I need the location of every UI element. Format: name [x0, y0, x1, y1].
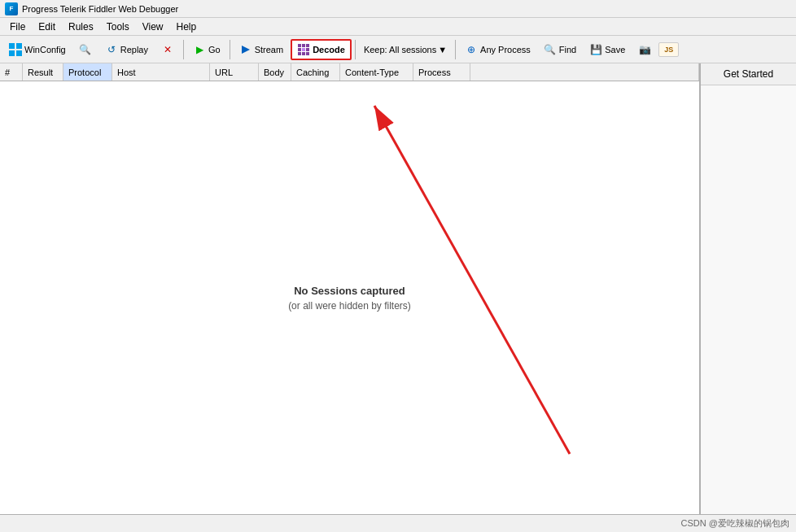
svg-rect-12	[302, 52, 305, 55]
empty-message: No Sessions captured	[294, 285, 405, 297]
keep-dropdown[interactable]: Keep: All sessions ▼	[359, 41, 452, 58]
svg-rect-2	[9, 50, 15, 56]
decode-label: Decode	[313, 45, 345, 55]
go-button[interactable]: ▶ Go	[187, 40, 226, 59]
replay-icon: ↺	[105, 43, 118, 56]
globe-icon: ⊕	[465, 43, 478, 56]
stop-icon: ✕	[161, 43, 174, 56]
status-bar: CSDN @爱吃辣椒的锅包肉	[0, 514, 796, 532]
menu-help[interactable]: Help	[170, 20, 203, 34]
decode-icon	[297, 43, 310, 56]
menu-rules[interactable]: Rules	[62, 20, 100, 34]
stop-button[interactable]: ✕	[155, 40, 180, 59]
svg-rect-13	[306, 52, 309, 55]
menu-file[interactable]: File	[3, 20, 32, 34]
svg-rect-9	[302, 48, 305, 51]
save-icon: 💾	[589, 43, 602, 56]
col-process: Process	[413, 63, 470, 81]
winconfig-label: WinConfig	[24, 45, 66, 55]
sessions-panel: # Result Protocol Host URL Body Caching …	[0, 63, 700, 514]
svg-rect-7	[306, 44, 309, 47]
title-bar: F Progress Telerik Fiddler Web Debugger	[0, 0, 796, 18]
screenshot-icon: 📷	[638, 43, 651, 56]
search-icon: 🔍	[79, 43, 92, 56]
svg-rect-11	[298, 52, 301, 55]
col-extra	[470, 63, 699, 81]
svg-rect-10	[306, 48, 309, 51]
col-url: URL	[210, 63, 259, 81]
save-label: Save	[605, 45, 625, 55]
toolbar: WinConfig 🔍 ↺ Replay ✕ ▶ Go Stream	[0, 36, 796, 63]
svg-rect-1	[16, 43, 22, 49]
toolbar-sep-4	[455, 40, 456, 59]
any-process-button[interactable]: ⊕ Any Process	[459, 40, 536, 59]
svg-rect-3	[16, 50, 22, 56]
screenshot-button[interactable]: 📷	[632, 40, 657, 59]
svg-rect-0	[9, 43, 15, 49]
toolbar-sep-2	[230, 40, 230, 59]
toolbar-sep-3	[355, 40, 356, 59]
keep-dropdown-arrow: ▼	[438, 45, 447, 55]
col-body: Body	[259, 63, 291, 81]
js-button[interactable]: JS	[658, 42, 679, 57]
search-button[interactable]: 🔍	[73, 40, 98, 59]
app-icon: F	[5, 2, 18, 15]
col-hash: #	[0, 63, 23, 81]
stream-icon	[239, 43, 252, 56]
col-caching: Caching	[291, 63, 340, 81]
toolbar-sep-1	[183, 40, 184, 59]
status-text: CSDN @爱吃辣椒的锅包肉	[681, 517, 789, 530]
svg-rect-5	[298, 44, 301, 47]
winconfig-icon	[9, 43, 22, 56]
find-label: Find	[559, 45, 576, 55]
menu-view[interactable]: View	[136, 20, 170, 34]
session-content: No Sessions captured (or all were hidden…	[0, 81, 699, 514]
winconfig-button[interactable]: WinConfig	[3, 40, 72, 59]
svg-marker-4	[242, 46, 250, 54]
col-host: Host	[112, 63, 210, 81]
menu-edit[interactable]: Edit	[32, 20, 62, 34]
right-panel: Get Started	[700, 63, 796, 514]
js-label: JS	[664, 46, 673, 54]
right-panel-header: Get Started	[701, 63, 796, 85]
stream-button[interactable]: Stream	[234, 40, 289, 59]
replay-label: Replay	[120, 45, 148, 55]
col-protocol: Protocol	[63, 63, 112, 81]
replay-button[interactable]: ↺ Replay	[99, 40, 154, 59]
empty-sub: (or all were hidden by filters)	[288, 300, 411, 312]
window-title: Progress Telerik Fiddler Web Debugger	[22, 4, 178, 14]
go-label: Go	[208, 45, 221, 55]
menu-tools[interactable]: Tools	[100, 20, 136, 34]
save-button[interactable]: 💾 Save	[584, 40, 631, 59]
svg-rect-8	[298, 48, 301, 51]
any-process-label: Any Process	[480, 45, 531, 55]
svg-rect-6	[302, 44, 305, 47]
col-content-type: Content-Type	[340, 63, 413, 81]
keep-label: Keep: All sessions	[364, 45, 436, 55]
stream-label: Stream	[255, 45, 283, 55]
menu-bar: File Edit Rules Tools View Help	[0, 18, 796, 36]
col-result: Result	[23, 63, 63, 81]
main-area: # Result Protocol Host URL Body Caching …	[0, 63, 796, 514]
decode-button[interactable]: Decode	[291, 39, 352, 60]
go-icon: ▶	[193, 43, 206, 56]
column-headers: # Result Protocol Host URL Body Caching …	[0, 63, 699, 81]
find-icon: 🔍	[544, 43, 557, 56]
find-button[interactable]: 🔍 Find	[538, 40, 582, 59]
